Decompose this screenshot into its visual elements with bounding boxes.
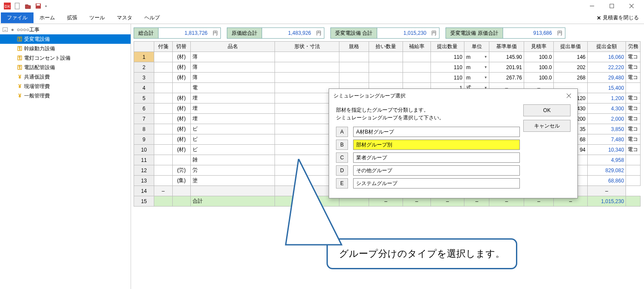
grid-cell[interactable] [154, 124, 173, 134]
grid-cell[interactable]: ビ [191, 124, 275, 134]
grid-cell[interactable] [154, 165, 173, 176]
col-labor[interactable]: 労務 [626, 42, 641, 52]
grid-cell[interactable]: 10,340 [587, 145, 626, 155]
col-name[interactable]: 品名 [191, 42, 275, 52]
grid-cell[interactable]: 13 [134, 176, 154, 186]
chevron-down-icon[interactable]: ▼ [484, 76, 487, 79]
grid-cell[interactable]: m▼ [464, 73, 489, 83]
table-row[interactable]: 2(材)薄110m▼201.91100.020222,220電コ [134, 62, 641, 73]
tree-item[interactable]: ⚿電灯コンセント設備 [0, 53, 131, 63]
grid-cell[interactable] [339, 62, 369, 73]
grid-cell[interactable]: 12 [134, 165, 154, 176]
grid-cell[interactable]: 電コ [626, 145, 641, 155]
grid-cell[interactable]: 2 [134, 62, 154, 73]
grid-cell[interactable] [403, 73, 430, 83]
grid-cell[interactable] [154, 196, 173, 207]
grid-cell[interactable]: 201.91 [489, 62, 524, 73]
grid-cell[interactable]: 4,958 [587, 155, 626, 165]
grid-cell[interactable]: (材) [172, 103, 191, 114]
grid-cell[interactable]: 電コ [626, 93, 641, 103]
grid-cell[interactable]: 塗 [191, 176, 275, 186]
grid-cell[interactable]: 202 [554, 62, 587, 73]
grid-cell[interactable] [191, 186, 275, 196]
menu-help[interactable]: ヘルプ [138, 12, 166, 23]
grid-cell[interactable] [275, 52, 339, 62]
group-label-field[interactable]: 業者グループ [353, 152, 520, 163]
grid-cell[interactable] [154, 134, 173, 145]
tree-item[interactable]: ⚿受変電設備 [0, 34, 131, 44]
grid-cell[interactable]: 6 [134, 103, 154, 114]
grid-cell[interactable]: 145.90 [489, 52, 524, 62]
grid-cell[interactable] [172, 196, 191, 207]
grid-cell[interactable]: 合計 [191, 196, 275, 207]
grid-cell[interactable] [626, 176, 641, 186]
col-supply[interactable]: 補給率 [403, 42, 430, 52]
col-rate[interactable]: 見積率 [524, 42, 554, 52]
col-qty[interactable]: 拾い数量 [369, 42, 403, 52]
grid-cell[interactable]: 1 [134, 52, 154, 62]
grid-cell[interactable]: 雑 [191, 155, 275, 165]
col-append[interactable]: 付箋 [154, 42, 173, 52]
menu-master[interactable]: マスタ [111, 12, 138, 23]
tree-root[interactable]: – ● ○○○○工事 [0, 25, 131, 34]
grid-cell[interactable]: 薄 [191, 73, 275, 83]
grid-cell[interactable]: 電コ [626, 134, 641, 145]
grid-cell[interactable] [403, 52, 430, 62]
grid-cell[interactable]: 100.0 [524, 52, 554, 62]
grid-cell[interactable]: 電コ [626, 114, 641, 124]
grid-cell[interactable]: 電コ [626, 62, 641, 73]
table-row[interactable]: 1(材)薄110m▼145.90100.014616,060電コ [134, 52, 641, 62]
grid-cell[interactable]: – [587, 186, 626, 196]
menu-ext[interactable]: 拡張 [61, 12, 83, 23]
grid-cell[interactable]: 14 [134, 186, 154, 196]
grid-cell[interactable]: (材) [172, 52, 191, 62]
grid-cell[interactable]: 5 [134, 93, 154, 103]
grid-cell[interactable]: 110 [430, 62, 464, 73]
chevron-down-icon[interactable]: ▼ [484, 55, 487, 59]
grid-cell[interactable]: 15,400 [587, 83, 626, 93]
group-key-button[interactable]: B [336, 140, 348, 150]
tree-item[interactable]: ⚿電話配管設備 [0, 63, 131, 72]
grid-cell[interactable]: 68,860 [587, 176, 626, 186]
grid-cell[interactable]: 4 [134, 83, 154, 93]
grid-cell[interactable]: 100.0 [524, 62, 554, 73]
grid-cell[interactable] [154, 176, 173, 186]
grid-cell[interactable]: 110 [430, 52, 464, 62]
grid-cell[interactable] [154, 145, 173, 155]
grid-cell[interactable] [275, 62, 339, 73]
chevron-down-icon[interactable]: ▼ [484, 65, 487, 69]
grid-cell[interactable] [172, 83, 191, 93]
group-label-field[interactable]: その他グループ [353, 165, 520, 176]
tree-item[interactable]: ⚿幹線動力設備 [0, 44, 131, 53]
grid-cell[interactable]: ビ [191, 145, 275, 155]
grid-cell[interactable]: 埋 [191, 114, 275, 124]
grid-cell[interactable]: 労 [191, 165, 275, 176]
col-amount[interactable]: 提出金額 [587, 42, 626, 52]
grid-cell[interactable]: 7,480 [587, 134, 626, 145]
grid-cell[interactable] [154, 103, 173, 114]
grid-cell[interactable]: (材) [172, 93, 191, 103]
tree-item[interactable]: ¥共通仮設費 [0, 72, 131, 82]
grid-cell[interactable] [626, 165, 641, 176]
grid-cell[interactable]: ビ [191, 134, 275, 145]
grid-cell[interactable]: 埋 [191, 103, 275, 114]
col-unit[interactable]: 単位 [464, 42, 489, 52]
grid-cell[interactable]: m▼ [464, 52, 489, 62]
close-estimate-button[interactable]: ✕ 見積書を閉じる [597, 14, 643, 21]
grid-cell[interactable]: (労) [172, 165, 191, 176]
group-label-field[interactable]: 部材グループ別 [353, 140, 520, 150]
grid-cell[interactable] [403, 62, 430, 73]
group-label-field[interactable]: システムグループ [353, 178, 520, 189]
grid-cell[interactable] [626, 196, 641, 207]
col-subqty[interactable]: 提出数量 [430, 42, 464, 52]
grid-cell[interactable]: 4,300 [587, 103, 626, 114]
grid-cell[interactable] [626, 83, 641, 93]
grid-cell[interactable] [172, 186, 191, 196]
group-key-button[interactable]: A [336, 127, 348, 137]
grid-cell[interactable]: 2,000 [587, 114, 626, 124]
tree-collapse-icon[interactable]: – [3, 27, 8, 32]
grid-cell[interactable] [172, 155, 191, 165]
grid-cell[interactable]: 829,082 [587, 165, 626, 176]
new-doc-icon[interactable] [13, 1, 22, 11]
grid-cell[interactable] [154, 52, 173, 62]
